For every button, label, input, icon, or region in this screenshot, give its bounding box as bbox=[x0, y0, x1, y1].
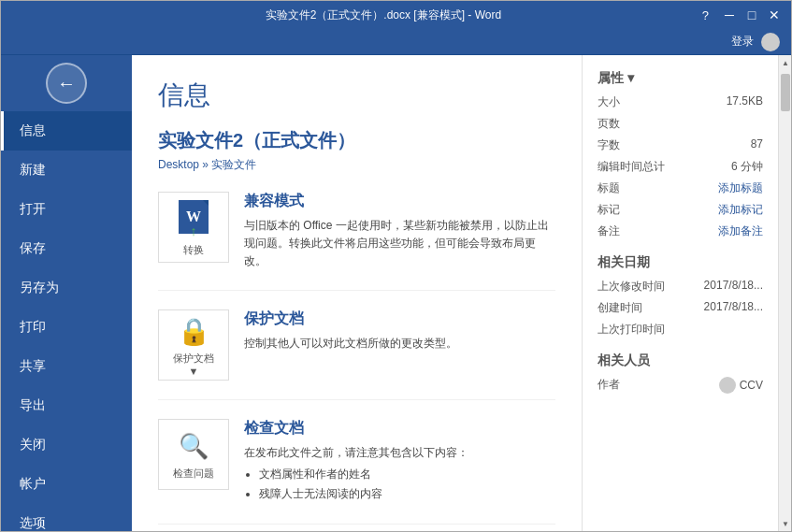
nav-item-share[interactable]: 共享 bbox=[1, 347, 132, 386]
nav-items: 信息 新建 打开 保存 另存为 打印 共享 bbox=[1, 111, 132, 531]
word-window: 实验文件2（正式文件）.docx [兼容模式] - Word ? ─ □ ✕ 登… bbox=[0, 0, 792, 532]
word-icon: W ↑ bbox=[175, 198, 212, 236]
inspect-item-1: 文档属性和作者的姓名 bbox=[259, 466, 555, 483]
author-avatar bbox=[719, 377, 736, 394]
prop-printed-label: 上次打印时间 bbox=[598, 322, 665, 338]
prop-tag-value[interactable]: 添加标记 bbox=[718, 202, 763, 218]
nav-item-close[interactable]: 关闭 bbox=[1, 425, 132, 465]
prop-modified-label: 上次修改时间 bbox=[598, 279, 665, 295]
nav-bottom: 帐户 选项 bbox=[1, 465, 132, 531]
related-dates-title: 相关日期 bbox=[598, 254, 763, 271]
prop-note: 备注 添加备注 bbox=[598, 223, 763, 239]
related-dates-section: 相关日期 上次修改时间 2017/8/18... 创建时间 2017/8/18.… bbox=[598, 254, 763, 338]
prop-edittime-label: 编辑时间总计 bbox=[598, 159, 665, 175]
protect-desc: 控制其他人可以对此文档所做的更改类型。 bbox=[244, 335, 555, 352]
back-button[interactable]: ← bbox=[46, 63, 87, 104]
nav-item-print[interactable]: 打印 bbox=[1, 308, 132, 347]
minimize-button[interactable]: ─ bbox=[720, 6, 739, 24]
doc-title: 实验文件2（正式文件） bbox=[158, 128, 555, 153]
prop-created-value: 2017/8/18... bbox=[704, 300, 763, 316]
protect-title: 保护文档 bbox=[244, 309, 555, 329]
nav-item-export[interactable]: 导出 bbox=[1, 386, 132, 425]
prop-pages-label: 页数 bbox=[598, 116, 663, 132]
inspect-symbol: 🔍 bbox=[179, 432, 209, 461]
prop-author: 作者 CCV bbox=[598, 377, 763, 394]
inspect-desc: 在发布此文件之前，请注意其包含以下内容： 文档属性和作者的姓名 残障人士无法阅读… bbox=[244, 444, 555, 504]
prop-title: 标题 添加标题 bbox=[598, 180, 763, 196]
prop-pages: 页数 bbox=[598, 116, 763, 132]
protect-content: 保护文档 控制其他人可以对此文档所做的更改类型。 bbox=[244, 309, 555, 352]
nav-item-options[interactable]: 选项 bbox=[1, 504, 132, 531]
inspect-button[interactable]: 🔍 检查问题 bbox=[158, 419, 229, 490]
close-button[interactable]: ✕ bbox=[765, 6, 784, 24]
prop-created: 创建时间 2017/8/18... bbox=[598, 300, 763, 316]
attributes-section: 属性 ▾ 大小 17.5KB 页数 字数 87 编辑时间总计 bbox=[598, 70, 763, 239]
scroll-up-button[interactable]: ▲ bbox=[779, 55, 791, 70]
inspect-item-2: 残障人士无法阅读的内容 bbox=[259, 485, 555, 503]
related-people-section: 相关人员 作者 CCV bbox=[598, 352, 763, 394]
compatibility-title: 兼容模式 bbox=[244, 192, 555, 211]
help-button[interactable]: ? bbox=[702, 8, 709, 22]
prop-modified-value: 2017/8/18... bbox=[704, 279, 763, 295]
nav-item-info[interactable]: 信息 bbox=[1, 111, 132, 151]
nav-item-saveas[interactable]: 另存为 bbox=[1, 268, 132, 308]
protect-button[interactable]: 🔒 保护文档 ▼ bbox=[158, 309, 229, 381]
prop-note-value[interactable]: 添加备注 bbox=[718, 223, 763, 239]
sidebar: ← 信息 新建 打开 保存 另存为 打印 bbox=[1, 55, 132, 531]
nav-item-new[interactable]: 新建 bbox=[1, 151, 132, 190]
prop-words: 字数 87 bbox=[598, 137, 763, 153]
scroll-down-button[interactable]: ▼ bbox=[779, 516, 791, 531]
prop-edittime: 编辑时间总计 6 分钟 bbox=[598, 159, 763, 175]
scroll-handle[interactable] bbox=[781, 74, 790, 111]
inspect-content: 检查文档 在发布此文件之前，请注意其包含以下内容： 文档属性和作者的姓名 残障人… bbox=[244, 419, 555, 506]
prop-size: 大小 17.5KB bbox=[598, 94, 763, 110]
prop-edittime-value: 6 分钟 bbox=[731, 159, 763, 175]
nav-item-account[interactable]: 帐户 bbox=[1, 465, 132, 504]
title-bar: 实验文件2（正式文件）.docx [兼容模式] - Word ? ─ □ ✕ bbox=[1, 1, 791, 29]
prop-words-value: 87 bbox=[751, 137, 763, 153]
convert-label: 转换 bbox=[183, 243, 204, 257]
protect-label: 保护文档 ▼ bbox=[173, 352, 214, 377]
inspect-label: 检查问题 bbox=[173, 467, 214, 481]
prop-author-label: 作者 bbox=[598, 377, 663, 394]
prop-note-label: 备注 bbox=[598, 223, 663, 239]
prop-tag-label: 标记 bbox=[598, 202, 663, 218]
nav-item-save[interactable]: 保存 bbox=[1, 229, 132, 268]
window-title: 实验文件2（正式文件）.docx [兼容模式] - Word bbox=[65, 7, 702, 23]
restore-button[interactable]: □ bbox=[742, 6, 761, 24]
info-main: 信息 实验文件2（正式文件） Desktop » 实验文件 W ↑ bbox=[132, 55, 582, 531]
lock-icon: 🔒 bbox=[175, 312, 212, 350]
login-bar: 登录 bbox=[1, 29, 791, 55]
prop-modified: 上次修改时间 2017/8/18... bbox=[598, 279, 763, 295]
content-area: 信息 实验文件2（正式文件） Desktop » 实验文件 W ↑ bbox=[132, 55, 791, 531]
page-title: 信息 bbox=[158, 78, 555, 113]
back-arrow-icon: ← bbox=[57, 73, 76, 94]
prop-size-label: 大小 bbox=[598, 94, 663, 110]
attributes-title[interactable]: 属性 ▾ bbox=[598, 70, 763, 87]
prop-title-label: 标题 bbox=[598, 180, 663, 196]
related-people-title: 相关人员 bbox=[598, 352, 763, 369]
compatibility-card: W ↑ 转换 兼容模式 与旧版本的 Office 一起使用时，某些新功能被禁用，… bbox=[158, 192, 555, 291]
compatibility-desc: 与旧版本的 Office 一起使用时，某些新功能被禁用，以防止出现问题。转换此文… bbox=[244, 217, 555, 271]
prop-created-label: 创建时间 bbox=[598, 300, 663, 316]
prop-tag: 标记 添加标记 bbox=[598, 202, 763, 218]
nav-item-open[interactable]: 打开 bbox=[1, 190, 132, 229]
title-controls: ? ─ □ ✕ bbox=[702, 6, 784, 24]
inspect-icon: 🔍 bbox=[175, 427, 212, 465]
prop-author-value: CCV bbox=[719, 377, 763, 394]
user-avatar bbox=[761, 33, 780, 51]
inspect-card: 🔍 检查问题 检查文档 在发布此文件之前，请注意其包含以下内容： 文档属性和作者… bbox=[158, 419, 555, 525]
prop-title-value[interactable]: 添加标题 bbox=[718, 180, 763, 196]
doc-path: Desktop » 实验文件 bbox=[158, 157, 555, 173]
scrollbar: ▲ ▼ bbox=[778, 55, 791, 531]
doc-path-text: Desktop » 实验文件 bbox=[158, 158, 256, 171]
properties-sidebar: 属性 ▾ 大小 17.5KB 页数 字数 87 编辑时间总计 bbox=[582, 55, 778, 531]
lock-symbol: 🔒 bbox=[178, 316, 210, 347]
inspect-list: 文档属性和作者的姓名 残障人士无法阅读的内容 bbox=[244, 466, 555, 503]
prop-printed: 上次打印时间 bbox=[598, 322, 763, 338]
word-icon-box: W ↑ bbox=[179, 200, 209, 234]
up-arrow-icon: ↑ bbox=[191, 224, 197, 239]
convert-button[interactable]: W ↑ 转换 bbox=[158, 192, 229, 263]
login-button[interactable]: 登录 bbox=[731, 34, 754, 50]
prop-size-value: 17.5KB bbox=[727, 94, 763, 110]
